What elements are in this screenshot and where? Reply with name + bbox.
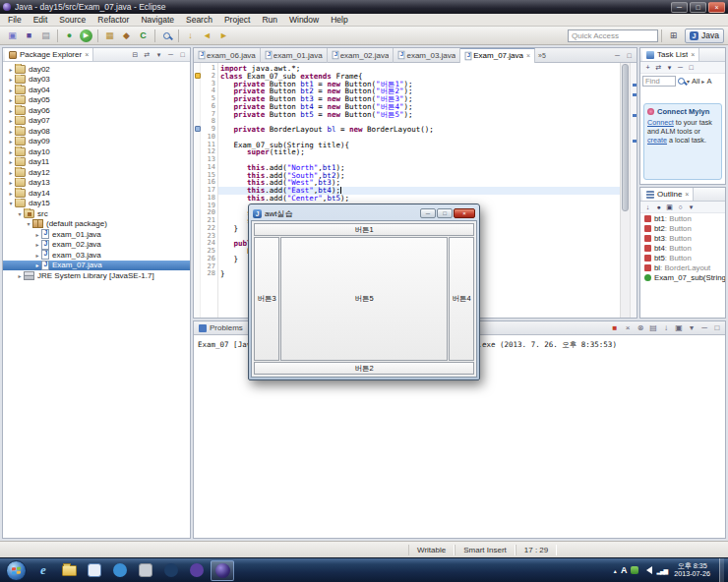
outline-item-exam-07-sub-string[interactable]: Exam_07_sub(String) bbox=[640, 272, 725, 282]
console-menu-icon[interactable]: ▾ bbox=[686, 322, 698, 334]
maximize-view-icon[interactable]: □ bbox=[177, 49, 188, 60]
outline-item-bt4[interactable]: bt4 : Button bbox=[640, 243, 725, 253]
expand-arrow-icon[interactable]: ▾ bbox=[25, 220, 32, 227]
awt-close-button[interactable]: × bbox=[454, 208, 475, 218]
mylyn-create-task-link[interactable]: create bbox=[647, 136, 667, 145]
expand-arrow-icon[interactable]: ▸ bbox=[7, 148, 15, 155]
editor-maximize-icon[interactable]: □ bbox=[624, 50, 635, 61]
remove-all-launches-icon[interactable]: ⊗ bbox=[635, 322, 646, 334]
tree-item-day12[interactable]: ▸day12 bbox=[3, 167, 190, 178]
expand-arrow-icon[interactable]: ▸ bbox=[7, 158, 15, 165]
awt-button-east[interactable]: 버튼4 bbox=[449, 237, 474, 361]
remove-launch-icon[interactable]: × bbox=[622, 322, 634, 334]
expand-arrow-icon[interactable]: ▸ bbox=[33, 241, 41, 248]
expand-arrow-icon[interactable]: ▸ bbox=[7, 128, 15, 135]
expand-arrow-icon[interactable]: ▸ bbox=[7, 138, 15, 145]
tree-item-day04[interactable]: ▸day04 bbox=[3, 85, 190, 95]
new-task-icon[interactable]: + bbox=[642, 62, 653, 73]
tree-item-exam-02-java[interactable]: ▸exam_02.java bbox=[3, 240, 190, 251]
explorer-icon[interactable] bbox=[57, 560, 81, 581]
new-package-icon[interactable]: ◆ bbox=[119, 29, 134, 43]
editor-tab-exam-02-java[interactable]: exam_02.java bbox=[328, 48, 394, 63]
pin-console-icon[interactable]: ▣ bbox=[673, 322, 685, 334]
new-java-project-icon[interactable]: ▦ bbox=[102, 29, 117, 43]
menu-item-window[interactable]: Window bbox=[283, 15, 325, 25]
forward-icon[interactable]: ► bbox=[216, 29, 231, 43]
back-icon[interactable]: ◄ bbox=[200, 29, 214, 43]
start-button[interactable] bbox=[6, 560, 27, 581]
tray-clock[interactable]: 오후 8:35 2013-07-26 bbox=[671, 562, 713, 579]
maximize-button[interactable]: □ bbox=[690, 2, 706, 13]
hide-static-members-icon[interactable]: ▣ bbox=[664, 202, 675, 212]
sort-icon[interactable]: ↓ bbox=[642, 202, 653, 212]
view-tab-package-explorer[interactable]: Package Explorer × bbox=[5, 48, 93, 61]
print-icon[interactable]: ▤ bbox=[38, 29, 53, 43]
view-close-icon[interactable]: × bbox=[691, 51, 695, 58]
view-tab-problems[interactable]: Problems bbox=[194, 321, 249, 335]
awt-titlebar[interactable]: J awt실습 ─ □ × bbox=[251, 206, 477, 220]
view-tab-outline[interactable]: Outline × bbox=[642, 188, 694, 201]
menu-item-source[interactable]: Source bbox=[53, 15, 91, 25]
activate-label[interactable]: A bbox=[706, 77, 711, 86]
hide-fields-icon[interactable]: ● bbox=[653, 202, 664, 212]
minimize-button[interactable]: ─ bbox=[671, 2, 688, 13]
outline-item-bt3[interactable]: bt3 : Button bbox=[640, 233, 725, 243]
find-input[interactable] bbox=[642, 76, 676, 87]
tree-item-day10[interactable]: ▸day10 bbox=[3, 146, 190, 157]
expand-arrow-icon[interactable]: ▸ bbox=[33, 262, 41, 268]
code-line[interactable]: private BorderLayout bl = new BorderLayo… bbox=[220, 126, 620, 134]
tree-item-jre-system-library-javase-1-7[interactable]: ▸JRE System Library [JavaSE-1.7] bbox=[3, 270, 190, 281]
expand-arrow-icon[interactable]: ▸ bbox=[33, 231, 41, 238]
app-icon-4[interactable] bbox=[159, 560, 183, 581]
tree-item-day07[interactable]: ▸day07 bbox=[3, 116, 190, 127]
editor-tab-exam-06-java[interactable]: exam_06.java bbox=[194, 48, 261, 63]
expand-arrow-icon[interactable]: ▸ bbox=[7, 76, 15, 83]
view-menu-icon[interactable]: ▾ bbox=[686, 202, 697, 212]
expand-arrow-icon[interactable]: ▸ bbox=[33, 252, 41, 259]
outline-item-bt1[interactable]: bt1 : Button bbox=[640, 213, 725, 223]
java-perspective-button[interactable]: J Java bbox=[685, 29, 724, 43]
tree-item-default-package[interactable]: ▾(default package) bbox=[3, 219, 190, 230]
tree-item-day15[interactable]: ▾day15 bbox=[3, 199, 190, 209]
menu-item-edit[interactable]: Edit bbox=[28, 15, 54, 25]
tree-item-day08[interactable]: ▸day08 bbox=[3, 126, 190, 137]
expand-arrow-icon[interactable]: ▸ bbox=[7, 96, 15, 103]
debug-icon[interactable]: ● bbox=[62, 29, 77, 43]
awt-minimize-button[interactable]: ─ bbox=[420, 208, 436, 218]
app-icon-3[interactable] bbox=[134, 560, 157, 581]
maximize-view-icon[interactable]: □ bbox=[686, 62, 697, 73]
expand-arrow-icon[interactable]: ▸ bbox=[7, 169, 15, 176]
app-icon-5[interactable] bbox=[185, 560, 209, 581]
outline-item-bt5[interactable]: bt5 : Button bbox=[640, 253, 725, 262]
tree-item-day02[interactable]: ▸day02 bbox=[3, 64, 190, 75]
tree-item-day09[interactable]: ▸day09 bbox=[3, 137, 190, 147]
new-class-icon[interactable]: C bbox=[136, 29, 151, 43]
tree-item-exam-03-java[interactable]: ▸exam_03.java bbox=[3, 250, 190, 261]
minimize-view-icon[interactable]: ─ bbox=[675, 62, 686, 73]
awt-maximize-button[interactable]: □ bbox=[437, 208, 453, 218]
menu-item-refactor[interactable]: Refactor bbox=[91, 15, 135, 25]
view-menu-icon[interactable]: ▾ bbox=[153, 49, 164, 60]
menu-item-navigate[interactable]: Navigate bbox=[135, 15, 180, 25]
scroll-lock-icon[interactable]: ↓ bbox=[660, 322, 672, 334]
expand-arrow-icon[interactable]: ▸ bbox=[7, 107, 15, 114]
awt-button-center[interactable]: 버튼5 bbox=[280, 237, 448, 361]
collapse-all-icon[interactable]: ⊟ bbox=[130, 49, 141, 60]
tree-item-src[interactable]: ▾src bbox=[3, 208, 190, 219]
editor-scrollbar[interactable] bbox=[620, 63, 630, 318]
chevron-right-icon[interactable]: ▸ bbox=[701, 78, 704, 85]
categorize-icon[interactable]: ▾ bbox=[664, 62, 675, 73]
new-wizard-icon[interactable]: ▣ bbox=[5, 29, 20, 43]
network-icon[interactable]: ▂▄▆ bbox=[656, 567, 667, 574]
view-close-icon[interactable]: × bbox=[85, 51, 89, 58]
tree-item-day11[interactable]: ▸day11 bbox=[3, 157, 190, 168]
awt-button-north[interactable]: 버튼1 bbox=[254, 223, 474, 236]
expand-arrow-icon[interactable]: ▸ bbox=[7, 117, 15, 124]
app-icon-2[interactable] bbox=[108, 560, 132, 581]
menu-item-project[interactable]: Project bbox=[218, 15, 256, 25]
mylyn-connect-link[interactable]: Connect bbox=[647, 118, 674, 127]
menu-item-search[interactable]: Search bbox=[180, 15, 218, 25]
editor-minimize-icon[interactable]: ─ bbox=[612, 50, 623, 61]
tree-item-day13[interactable]: ▸day13 bbox=[3, 178, 190, 189]
hide-non-public-icon[interactable]: ○ bbox=[675, 202, 686, 212]
